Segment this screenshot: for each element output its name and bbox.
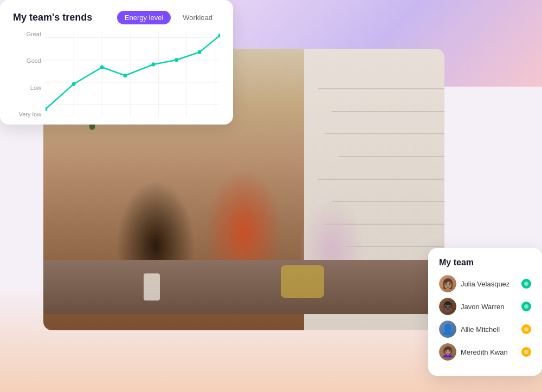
member-name-julia: Julia Velasquez xyxy=(461,280,509,288)
svg-point-14 xyxy=(152,62,156,66)
avatar-allie: 👤 xyxy=(439,321,456,338)
member-name-javon: Javon Warren xyxy=(461,303,504,311)
team-card: My team 👩🏽 Julia Velasquez 👨🏿 Javon Warr… xyxy=(428,248,542,376)
svg-point-19 xyxy=(524,304,528,309)
svg-point-18 xyxy=(524,282,528,286)
svg-point-12 xyxy=(100,65,104,69)
tab-workload[interactable]: Workload xyxy=(175,11,220,24)
member-name-meredith: Meredith Kwan xyxy=(461,348,508,356)
status-julia xyxy=(521,279,531,289)
svg-point-16 xyxy=(198,50,202,54)
status-allie xyxy=(521,324,531,334)
team-member: 👩🏽 Julia Velasquez xyxy=(439,275,531,292)
member-name-allie: Allie Mitchell xyxy=(461,325,500,334)
chart-header: My team's trends Energy level Workload xyxy=(13,11,220,24)
y-label-low: Low xyxy=(13,84,41,91)
avatar-javon: 👨🏿 xyxy=(439,298,456,315)
chart-title: My team's trends xyxy=(13,12,92,23)
svg-point-15 xyxy=(175,58,178,62)
chart-y-labels: Great Good Low Very low xyxy=(13,31,46,117)
svg-point-11 xyxy=(72,82,76,86)
avatar-julia: 👩🏽 xyxy=(439,275,456,292)
svg-point-13 xyxy=(123,74,127,77)
chart-area: Great Good Low Very low xyxy=(13,31,220,117)
status-meredith xyxy=(521,347,531,357)
team-member: 👩🏽‍🦱 Meredith Kwan xyxy=(439,343,531,361)
team-member: 👨🏿 Javon Warren xyxy=(439,298,531,315)
y-label-great: Great xyxy=(13,31,41,37)
svg-point-21 xyxy=(524,350,528,354)
y-label-very-low: Very low xyxy=(13,111,41,117)
y-label-good: Good xyxy=(13,57,41,64)
tab-energy-level[interactable]: Energy level xyxy=(117,11,171,24)
team-member: 👤 Allie Mitchell xyxy=(439,321,531,338)
svg-point-20 xyxy=(524,327,528,331)
status-javon xyxy=(521,302,531,311)
avatar-meredith: 👩🏽‍🦱 xyxy=(439,343,456,361)
trends-chart-card: My team's trends Energy level Workload G… xyxy=(0,0,233,125)
chart-svg xyxy=(46,31,220,117)
chart-tabs: Energy level Workload xyxy=(117,11,220,24)
team-card-title: My team xyxy=(439,258,531,267)
